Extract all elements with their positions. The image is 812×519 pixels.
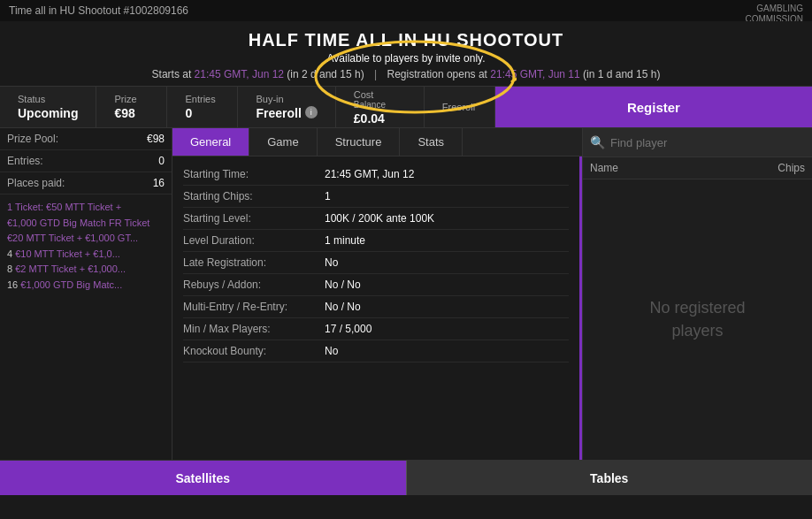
info-row-rebuys: Rebuys / Addon: No / No [183,274,569,296]
bottom-bar: Satellites Tables [0,460,812,495]
prize-value: €98 [114,106,149,120]
tab-stats[interactable]: Stats [400,128,463,156]
prize-row-1: 1 Ticket: €50 MTT Ticket + [7,200,165,216]
center-panel: General Game Structure Stats Starting Ti… [172,128,582,460]
invite-only-text: Available to players by invite only. [0,52,812,65]
window-title: Time all in HU Shootout #1002809166 [9,4,188,17]
prize-row-4: 4 €10 MTT Ticket + €1,0... [7,247,165,263]
info-row-starting-chips: Starting Chips: 1 [183,186,569,208]
info-row-level-duration: Level Duration: 1 minute [183,230,569,252]
entries-value: 0 [185,106,219,120]
search-icon: 🔍 [590,135,605,149]
freeroll-item: Freeroll [425,87,495,127]
top-bar: Time all in HU Shootout #1002809166 GAMB… [0,0,812,21]
prize-row-5: 8 €2 MTT Ticket + €1,000... [7,262,165,278]
status-label: Status [18,94,78,104]
cost-value: £0.04 [354,111,406,126]
prize-row-2: €1,000 GTD Big Match FR Ticket [7,216,165,232]
prize-item: Prize €98 [96,87,167,127]
header-section: HALF TIME ALL IN HU SHOOTOUT Available t… [0,21,812,86]
places-paid-value: 16 [153,177,165,189]
buyin-label: Buy-in [256,94,317,104]
cost-label: Cost [354,89,406,100]
status-item: Status Upcoming [0,87,96,127]
main-content: Prize Pool: €98 Entries: 0 Places paid: … [0,128,812,460]
player-table-header: Name Chips [583,157,812,179]
general-content: Starting Time: 21:45 GMT, Jun 12 Startin… [172,156,582,460]
prize-label: Prize [114,94,149,104]
buyin-value: Freeroll [256,106,301,120]
entries-label: Entries [185,94,219,104]
tab-general[interactable]: General [172,128,249,156]
stats-bar: Status Upcoming Prize €98 Entries 0 Buy-… [0,86,812,128]
prizes-section: 1 Ticket: €50 MTT Ticket + €1,000 GTD Bi… [0,195,172,299]
player-panel: 🔍 Name Chips No registeredplayers [582,128,812,460]
name-header: Name [590,162,618,174]
entries-label-left: Entries: [7,155,43,167]
search-box: 🔍 [583,128,812,157]
info-row-starting-level: Starting Level: 100K / 200K ante 100K [183,208,569,230]
tab-content: Starting Time: 21:45 GMT, Jun 12 Startin… [172,156,582,460]
satellites-button[interactable]: Satellites [0,461,406,495]
info-row-min-max: Min / Max Players: 17 / 5,000 [183,318,569,340]
starts-label: Starts at [152,68,195,80]
tab-structure[interactable]: Structure [318,128,401,156]
entries-value-left: 0 [158,155,165,167]
tabs-row: General Game Structure Stats [172,128,582,156]
chips-header: Chips [778,162,805,174]
entries-item: Entries 0 [167,87,238,127]
tab-game[interactable]: Game [249,128,317,156]
freeroll-label-text: Freeroll [442,102,477,112]
info-row-knockout: Knockout Bounty: No [183,340,569,363]
search-input[interactable] [610,136,805,149]
status-value: Upcoming [18,106,78,120]
start-time: 21:45 GMT, Jun 12 [195,68,287,80]
info-row-starting-time: Starting Time: 21:45 GMT, Jun 12 [183,164,569,186]
prize-pool-row: Prize Pool: €98 [0,128,172,150]
places-paid-row: Places paid: 16 [0,172,172,195]
tables-button[interactable]: Tables [406,461,813,495]
info-row-multi-entry: Multi-Entry / Re-Entry: No / No [183,296,569,318]
places-paid-label: Places paid: [7,177,65,189]
register-button[interactable]: Register [495,87,812,127]
info-row-late-reg: Late Registration: No [183,252,569,274]
prize-row-3: €20 MTT Ticket + €1,000 GT... [7,231,165,247]
cost-item: Cost Balance £0.04 [336,87,425,127]
prize-row-6: 16 €1,000 GTD Big Matc... [7,278,165,294]
info-icon[interactable]: i [305,106,318,118]
timing-row: Starts at 21:45 GMT, Jun 12 (in 2 d and … [0,68,812,80]
reg-time: 21:45 GMT, Jun 11 [490,68,583,80]
prize-pool-value: €98 [147,133,165,145]
entries-row: Entries: 0 [0,150,172,172]
prize-pool-label: Prize Pool: [7,133,58,145]
no-players-message: No registeredplayers [583,179,812,460]
tournament-title: HALF TIME ALL IN HU SHOOTOUT [0,30,812,50]
buyin-item: Buy-in Freeroll i [238,87,335,127]
cost-sub: Balance [354,100,406,110]
left-panel: Prize Pool: €98 Entries: 0 Places paid: … [0,128,172,460]
